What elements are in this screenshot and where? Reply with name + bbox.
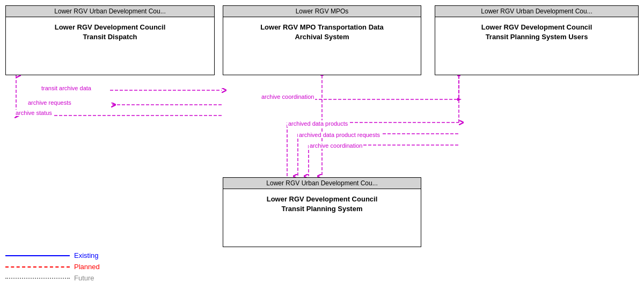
archived-data-product-requests-label: archived data product requests xyxy=(298,132,381,138)
planned-legend-label: Planned xyxy=(74,263,100,271)
svg-marker-9 xyxy=(457,98,462,101)
transit-planning-users-node: Lower RGV Urban Development Cou... Lower… xyxy=(435,5,639,75)
planned-legend-item: Planned xyxy=(5,263,100,271)
archived-data-products-label: archived data products xyxy=(287,120,349,127)
diagram-container: Lower RGV Urban Development Cou... Lower… xyxy=(0,0,644,296)
archive-coordination-top-label: archive coordination xyxy=(260,93,315,100)
legend: Existing Planned Future xyxy=(5,251,100,285)
future-legend-line xyxy=(5,278,70,279)
archive-status-label: archive status xyxy=(14,110,53,116)
mpo-archival-header: Lower RGV MPOs xyxy=(223,6,421,17)
mpo-archival-node: Lower RGV MPOs Lower RGV MPO Transportat… xyxy=(223,5,421,75)
archive-requests-label: archive requests xyxy=(27,99,72,106)
transit-archive-data-label: transit archive data xyxy=(40,85,92,91)
transit-planning-body: Lower RGV Development Council Transit Pl… xyxy=(223,189,421,219)
future-legend-item: Future xyxy=(5,274,100,282)
mpo-archival-body: Lower RGV MPO Transportation Data Archiv… xyxy=(223,17,421,47)
transit-dispatch-body: Lower RGV Development Council Transit Di… xyxy=(6,17,214,47)
existing-legend-item: Existing xyxy=(5,251,100,259)
transit-planning-node: Lower RGV Urban Development Cou... Lower… xyxy=(223,177,421,247)
transit-dispatch-header: Lower RGV Urban Development Cou... xyxy=(6,6,214,17)
archive-coordination-bottom-label: archive coordination xyxy=(309,142,363,149)
planned-legend-line xyxy=(5,266,70,268)
transit-dispatch-node: Lower RGV Urban Development Cou... Lower… xyxy=(5,5,215,75)
future-legend-label: Future xyxy=(74,274,94,282)
existing-legend-label: Existing xyxy=(74,251,99,259)
existing-legend-line xyxy=(5,255,70,256)
transit-planning-users-header: Lower RGV Urban Development Cou... xyxy=(435,6,638,17)
transit-planning-users-body: Lower RGV Development Council Transit Pl… xyxy=(435,17,638,47)
transit-planning-header: Lower RGV Urban Development Cou... xyxy=(223,178,421,189)
